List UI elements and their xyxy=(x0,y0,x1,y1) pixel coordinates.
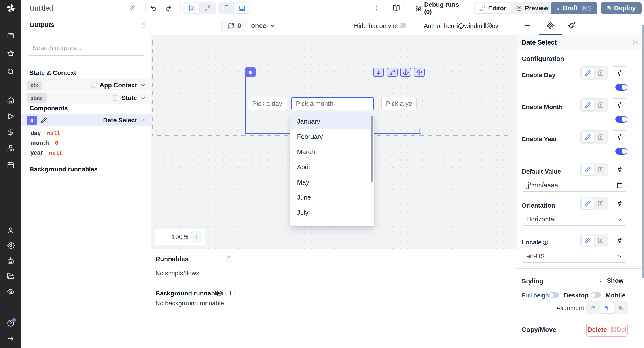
docs-book-button[interactable] xyxy=(388,2,405,14)
debug-runs-button[interactable]: Debug runs (0) xyxy=(410,2,467,14)
locale-connect-plug-icon[interactable] xyxy=(612,234,628,247)
state-chevron-down-icon[interactable] xyxy=(140,95,146,101)
month-option[interactable]: June xyxy=(290,190,374,205)
component-chevron-up-icon[interactable] xyxy=(140,117,146,124)
fullsize-handle[interactable] xyxy=(387,68,398,77)
static-pencil-icon[interactable] xyxy=(582,235,594,246)
function-icon[interactable] xyxy=(594,68,607,79)
month-option[interactable]: February xyxy=(290,129,374,144)
tab-component-settings-icon[interactable] xyxy=(546,21,555,30)
app-canvas[interactable]: a January February March April May June … xyxy=(151,35,516,249)
pick-month-input[interactable] xyxy=(291,97,374,110)
background-runnables-info-icon[interactable] xyxy=(216,290,222,296)
inspector-doc-icon[interactable] xyxy=(632,39,639,46)
search-icon[interactable] xyxy=(7,68,14,75)
windmill-logo-icon[interactable] xyxy=(6,3,16,13)
locale-select[interactable]: en-US xyxy=(522,250,628,262)
expand-down-handle[interactable] xyxy=(373,68,384,77)
hide-bar-toggle[interactable] xyxy=(396,22,406,28)
tab-preview[interactable]: Preview xyxy=(512,3,553,14)
move-handle[interactable] xyxy=(414,68,425,77)
mobile-view-button[interactable] xyxy=(219,3,234,14)
inspector-scrollbar[interactable] xyxy=(642,24,644,278)
edit-title-pencil-icon[interactable] xyxy=(129,4,136,11)
enable-year-connect-plug-icon[interactable] xyxy=(612,130,628,144)
collapse-arrow-icon[interactable] xyxy=(7,335,14,342)
styling-show-button[interactable]: Show xyxy=(594,275,628,286)
home-icon[interactable] xyxy=(7,96,14,104)
tab-insert-plus-icon[interactable] xyxy=(522,21,532,30)
help-icon[interactable] xyxy=(7,319,14,327)
settings-gear-icon[interactable] xyxy=(7,242,14,249)
full-height-toggle[interactable] xyxy=(549,292,559,298)
zoom-out-button[interactable]: − xyxy=(158,231,170,243)
ctx-row[interactable]: ctx App Context xyxy=(22,79,151,92)
function-icon[interactable] xyxy=(594,132,607,143)
function-icon[interactable] xyxy=(594,198,607,209)
tab-editor[interactable]: Editor xyxy=(474,3,511,14)
redo-button[interactable] xyxy=(161,3,176,14)
selected-component-badge[interactable]: a xyxy=(245,67,256,78)
orientation-connect-plug-icon[interactable] xyxy=(612,197,628,210)
resources-boxes-icon[interactable] xyxy=(7,144,14,152)
variables-dollar-icon[interactable] xyxy=(7,128,14,136)
dropdown-scrollbar[interactable] xyxy=(371,116,373,182)
locale-info-icon[interactable] xyxy=(542,239,548,245)
zoom-in-button[interactable]: + xyxy=(190,231,202,243)
month-option[interactable]: January xyxy=(290,114,374,129)
schedules-calendar-icon[interactable] xyxy=(7,161,14,169)
orientation-select[interactable]: Horizontal xyxy=(522,213,628,226)
component-row-date-select[interactable]: a Date Select xyxy=(22,114,151,126)
static-pencil-icon[interactable] xyxy=(582,100,594,111)
rename-component-pencil-icon[interactable] xyxy=(41,117,47,124)
run-mode-chevron-down-icon[interactable] xyxy=(270,22,276,29)
enable-month-connect-plug-icon[interactable] xyxy=(612,98,628,112)
runs-play-icon[interactable] xyxy=(7,112,14,120)
enable-year-toggle[interactable] xyxy=(616,148,628,154)
align-bottom-button[interactable] xyxy=(614,302,628,313)
month-option[interactable]: May xyxy=(290,175,374,190)
enable-day-connect-plug-icon[interactable] xyxy=(612,66,628,80)
author-info-icon[interactable] xyxy=(486,22,492,29)
users-icon[interactable] xyxy=(7,226,14,234)
desktop-view-button[interactable] xyxy=(234,3,250,14)
audit-eye-icon[interactable] xyxy=(7,288,14,296)
static-pencil-icon[interactable] xyxy=(582,164,594,175)
deploy-button[interactable]: Deploy xyxy=(601,2,642,14)
search-outputs-input[interactable] xyxy=(27,40,146,56)
favorites-star-icon[interactable] xyxy=(7,50,14,57)
refresh-counter[interactable]: 0 xyxy=(222,19,247,32)
pick-day-input[interactable] xyxy=(248,97,287,110)
enable-day-toggle[interactable] xyxy=(616,84,628,90)
desktop-toggle[interactable] xyxy=(590,292,601,298)
fullscreen-layout-button[interactable] xyxy=(200,3,215,14)
run-mode-select[interactable]: once xyxy=(251,22,266,30)
anchor-handle[interactable] xyxy=(400,68,411,77)
runnables-doc-icon[interactable] xyxy=(226,256,232,262)
function-icon[interactable] xyxy=(594,100,607,111)
default-value-date-input[interactable]: jj/mm/aaaa xyxy=(522,179,628,192)
align-top-button[interactable] xyxy=(586,302,600,313)
apps-icon[interactable] xyxy=(7,32,14,40)
tab-styling-brush-icon[interactable] xyxy=(567,21,576,30)
static-pencil-icon[interactable] xyxy=(582,198,594,209)
month-option[interactable]: March xyxy=(290,144,374,160)
static-pencil-icon[interactable] xyxy=(582,68,594,79)
calendar-icon[interactable] xyxy=(616,182,623,188)
static-pencil-icon[interactable] xyxy=(582,132,594,143)
function-icon[interactable] xyxy=(594,235,607,246)
folders-icon[interactable] xyxy=(7,272,14,280)
align-center-button[interactable] xyxy=(600,302,614,313)
ctx-chevron-down-icon[interactable] xyxy=(140,82,146,88)
enable-month-toggle[interactable] xyxy=(616,116,628,122)
month-option[interactable]: August xyxy=(290,220,374,226)
default-value-connect-plug-icon[interactable] xyxy=(612,163,628,176)
delete-component-button[interactable]: Delete ⌘Del xyxy=(586,323,628,336)
month-option[interactable]: July xyxy=(290,205,374,220)
center-layout-button[interactable] xyxy=(184,3,200,14)
resize-corner-handle[interactable] xyxy=(416,129,420,132)
month-option[interactable]: April xyxy=(290,160,374,175)
state-row[interactable]: state State xyxy=(22,92,151,104)
undo-button[interactable] xyxy=(146,3,161,14)
workers-robot-icon[interactable] xyxy=(7,257,14,264)
